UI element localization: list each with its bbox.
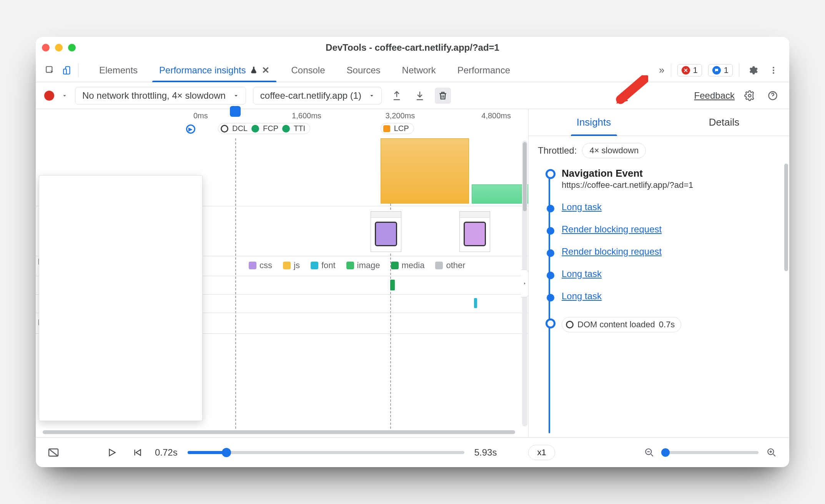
slider-knob[interactable] — [661, 448, 670, 457]
slider-knob[interactable] — [222, 448, 231, 457]
network-legend: css js font image media other — [243, 257, 528, 274]
network-request-bar[interactable] — [474, 298, 477, 308]
insight-link[interactable]: Render blocking request — [562, 246, 662, 257]
throttled-value-pill[interactable]: 4× slowdown — [582, 143, 646, 158]
recording-select[interactable]: coffee-cart.netlify.app (1) — [253, 87, 382, 104]
legend-label: css — [259, 260, 272, 270]
play-icon[interactable] — [104, 445, 120, 460]
legend-label: font — [321, 260, 336, 270]
tab-network[interactable]: Network — [391, 58, 447, 82]
zoom-slider[interactable] — [662, 451, 758, 454]
main-thread-block[interactable] — [381, 138, 469, 204]
fcp-icon — [251, 125, 259, 133]
timeline-node-icon — [547, 227, 554, 235]
toggle-screenshots-icon[interactable] — [46, 445, 61, 460]
insight-subtitle: https://coffee-cart.netlify.app/?ad=1 — [562, 180, 781, 190]
insight-long-task[interactable]: Long task — [542, 269, 781, 279]
divider — [671, 63, 671, 77]
legend-swatch — [311, 262, 318, 269]
filmstrip-frame[interactable] — [371, 211, 401, 252]
record-options-caret-icon[interactable] — [61, 92, 68, 99]
horizontal-scrollbar[interactable] — [43, 429, 521, 436]
feedback-link[interactable]: Feedback — [694, 90, 735, 101]
delete-recording-icon[interactable] — [435, 88, 451, 104]
legend-label: other — [446, 260, 465, 270]
insight-link[interactable]: Long task — [562, 269, 602, 279]
tab-label: Insights — [577, 116, 611, 128]
timeline-pane[interactable]: 0ms 1,600ms 3,200ms 4,800ms ▶ DCL FCP TT… — [36, 109, 529, 437]
playhead-line[interactable] — [235, 138, 236, 429]
legend-swatch — [249, 262, 256, 269]
tab-label: Console — [291, 65, 325, 76]
ruler-tick: 3,200ms — [386, 111, 415, 120]
insight-navigation-event[interactable]: Navigation Event https://coffee-cart.net… — [542, 167, 781, 190]
throttling-info: Throttled: 4× slowdown — [529, 136, 789, 161]
throttling-label: No network throttling, 4× slowdown — [82, 90, 226, 101]
tab-sources[interactable]: Sources — [336, 58, 391, 82]
svg-rect-2 — [63, 69, 67, 74]
insights-panel: Insights Details Throttled: 4× slowdown … — [529, 109, 789, 437]
insights-scrollbar[interactable] — [783, 161, 789, 437]
zoom-controls — [642, 445, 779, 460]
insight-link[interactable]: Render blocking request — [562, 224, 662, 234]
error-count-badge[interactable]: ✕ 1 — [677, 64, 702, 76]
zoom-in-icon[interactable] — [764, 445, 779, 460]
network-request-bar[interactable] — [390, 280, 395, 290]
tab-performance[interactable]: Performance — [447, 58, 521, 82]
record-button[interactable] — [44, 91, 54, 101]
main-thread-block[interactable] — [472, 184, 528, 204]
tab-performance-insights[interactable]: Performance insights ✕ — [148, 58, 280, 82]
timeline-node-icon — [547, 272, 554, 279]
overflow-tabs-icon[interactable]: » — [659, 64, 664, 76]
insight-link[interactable]: Long task — [562, 291, 602, 301]
insights-tabs: Insights Details — [529, 109, 789, 136]
device-toolbar-icon[interactable] — [60, 63, 75, 78]
insight-link[interactable]: Long task — [562, 202, 602, 212]
insights-list[interactable]: Navigation Event https://coffee-cart.net… — [529, 161, 789, 437]
chip-label: FCP — [263, 124, 278, 133]
chip-label: TTI — [294, 124, 305, 133]
filmstrip-frame[interactable] — [459, 211, 490, 252]
message-count-badge[interactable]: 1 — [708, 64, 733, 76]
playback-slider[interactable] — [188, 451, 464, 454]
tab-label: Network — [402, 65, 436, 76]
chevron-down-icon — [233, 92, 240, 99]
rewind-to-start-icon[interactable] — [130, 445, 145, 460]
close-tab-icon[interactable]: ✕ — [262, 65, 269, 76]
lcp-chip[interactable]: LCP — [381, 123, 414, 134]
zoom-out-icon[interactable] — [642, 445, 657, 460]
tab-elements[interactable]: Elements — [88, 58, 148, 82]
titlebar: DevTools - coffee-cart.netlify.app/?ad=1 — [36, 37, 789, 58]
time-ruler[interactable]: 0ms 1,600ms 3,200ms 4,800ms — [36, 109, 528, 123]
kebab-menu-icon[interactable] — [766, 63, 781, 78]
dcl-icon — [566, 321, 574, 328]
panel-settings-icon[interactable] — [742, 88, 758, 104]
tab-label: Performance — [457, 65, 510, 76]
insight-long-task[interactable]: Long task — [542, 202, 781, 212]
playback-speed[interactable]: x1 — [528, 445, 555, 460]
tab-insights[interactable]: Insights — [529, 109, 659, 136]
start-marker-icon[interactable]: ▶ — [186, 124, 195, 134]
insight-long-task[interactable]: Long task — [542, 291, 781, 302]
export-icon[interactable] — [389, 88, 405, 104]
insight-dom-content-loaded[interactable]: DOM content loaded 0.7s — [542, 317, 781, 332]
ruler-tick: 0ms — [193, 111, 208, 120]
lcp-icon — [383, 125, 390, 132]
flamechart[interactable]: css js font image media other — [36, 138, 528, 429]
import-icon[interactable] — [412, 88, 428, 104]
panel-tabs: Elements Performance insights ✕ Console … — [88, 58, 521, 82]
inspect-element-icon[interactable] — [43, 63, 57, 78]
insight-render-blocking[interactable]: Render blocking request — [542, 246, 781, 257]
insight-render-blocking[interactable]: Render blocking request — [542, 224, 781, 235]
tab-details[interactable]: Details — [659, 109, 789, 136]
metrics-chip[interactable]: DCL FCP TTI — [218, 123, 310, 134]
tab-console[interactable]: Console — [280, 58, 336, 82]
throttling-select[interactable]: No network throttling, 4× slowdown — [75, 87, 246, 104]
recording-label: coffee-cart.netlify.app (1) — [260, 90, 361, 101]
svg-point-3 — [773, 67, 774, 68]
divider — [739, 63, 739, 77]
sidepanel-toggle[interactable] — [521, 270, 528, 297]
settings-icon[interactable] — [745, 63, 760, 78]
svg-point-6 — [748, 94, 751, 97]
help-icon[interactable] — [765, 88, 781, 104]
